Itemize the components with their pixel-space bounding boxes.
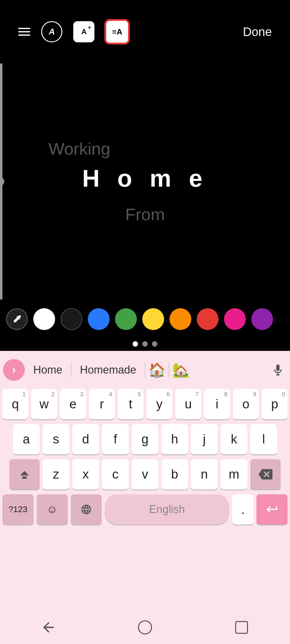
key-row-2: a s d f g h j k l [2,424,288,454]
pagination-dot-1[interactable] [133,341,138,347]
suggestion-divider-2 [145,362,145,378]
key-w[interactable]: 2w [31,389,57,419]
pagination-dot-3[interactable] [152,341,157,347]
key-c[interactable]: c [102,459,129,489]
key-o[interactable]: 9o [233,389,259,419]
color-orange[interactable] [170,308,191,330]
key-u[interactable]: 7u [175,389,201,419]
color-pink[interactable] [224,308,246,330]
color-white[interactable] [33,308,55,330]
color-dark[interactable] [61,308,82,330]
toolbar: A A + ≡A Done [0,0,290,64]
suggestion-homemade[interactable]: Homemade [74,364,142,376]
backspace-key[interactable] [250,459,281,489]
color-blue[interactable] [88,308,110,330]
suggestion-divider-1 [71,362,71,378]
font-translate-button[interactable]: ≡A [105,20,129,44]
key-row-4: ?123 ☺ English . [2,494,288,525]
menu-button[interactable] [18,28,30,36]
key-p[interactable]: 0p [262,389,288,419]
font-translate-label: ≡A [112,27,122,37]
eyedropper-button[interactable] [6,308,28,330]
canvas-handle[interactable] [0,177,4,186]
key-b[interactable]: b [161,459,188,489]
pagination-dots [0,341,290,347]
key-g[interactable]: g [132,424,158,454]
text-working: Working [48,139,110,159]
svg-rect-1 [236,622,248,633]
color-purple[interactable] [251,308,273,330]
key-r[interactable]: 4r [89,389,115,419]
keyboard-area: › Home Homemade 🏠 🏡 1q 2w 3e 4r 5t 6y 7u… [0,351,290,644]
suggestion-home[interactable]: Home [28,364,68,376]
done-button[interactable]: Done [243,25,272,39]
suggestion-emoji-house1[interactable]: 🏠 [148,362,166,378]
suggestions-row: › Home Homemade 🏠 🏡 [0,351,290,389]
text-home: H o m e [82,165,208,192]
key-t[interactable]: 5t [118,389,143,419]
key-row-1: 1q 2w 3e 4r 5t 6y 7u 8i 9o 0p [2,389,288,419]
home-nav-button[interactable] [137,619,153,635]
recents-nav-button[interactable] [234,619,249,635]
font-size-button[interactable]: A + [73,21,94,42]
svg-point-0 [138,621,151,634]
canvas-area: Working H o m e From [0,64,290,299]
font-plus-superscript: + [88,25,91,31]
key-e[interactable]: 3e [60,389,86,419]
nav-bar [0,611,290,644]
key-globe[interactable] [71,494,102,525]
key-x[interactable]: x [72,459,99,489]
key-q[interactable]: 1q [2,389,28,419]
microphone-button[interactable] [269,361,287,379]
suggestions-expand-button[interactable]: › [3,359,25,381]
font-plus-label: A [81,28,86,36]
expand-icon: › [12,364,16,376]
key-d[interactable]: d [72,424,99,454]
color-red[interactable] [197,308,219,330]
text-from: From [125,204,165,224]
left-bar [0,64,2,299]
key-i[interactable]: 8i [204,389,230,419]
key-numeric[interactable]: ?123 [2,494,34,525]
font-a-label: A [49,27,55,37]
keys-area: 1q 2w 3e 4r 5t 6y 7u 8i 9o 0p a s d f g … [0,389,290,644]
shift-key[interactable] [9,459,40,489]
key-j[interactable]: j [191,424,218,454]
key-l[interactable]: l [250,424,277,454]
suggestion-divider-3 [169,362,169,378]
font-style-button[interactable]: A [41,21,62,42]
pagination-dot-2[interactable] [142,341,148,347]
key-row-3: z x c v b n m [2,459,288,489]
key-z[interactable]: z [43,459,69,489]
key-emoji[interactable]: ☺ [37,494,68,525]
key-v[interactable]: v [132,459,158,489]
space-key[interactable]: English [105,494,229,525]
key-y[interactable]: 6y [147,389,172,419]
key-s[interactable]: s [43,424,69,454]
key-n[interactable]: n [191,459,218,489]
key-a[interactable]: a [13,424,40,454]
toolbar-left-buttons: A A + ≡A [18,20,129,44]
key-f[interactable]: f [102,424,129,454]
color-palette [0,299,290,339]
key-k[interactable]: k [221,424,247,454]
key-h[interactable]: h [161,424,188,454]
back-nav-button[interactable] [41,619,56,635]
color-green[interactable] [115,308,137,330]
key-m[interactable]: m [221,459,247,489]
enter-key[interactable] [256,494,288,525]
color-yellow[interactable] [142,308,164,330]
suggestion-emoji-house2[interactable]: 🏡 [172,362,189,378]
period-key[interactable]: . [232,494,253,525]
